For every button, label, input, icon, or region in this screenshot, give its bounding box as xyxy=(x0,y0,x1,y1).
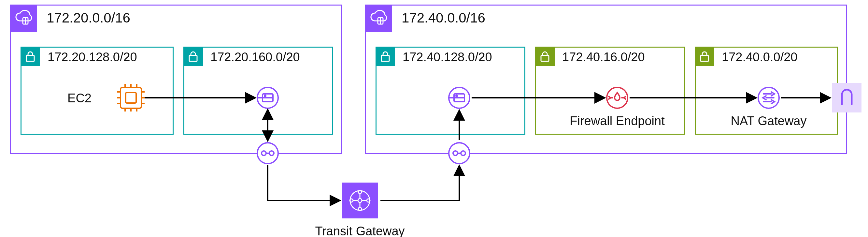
transit-gateway-icon xyxy=(342,183,378,218)
subnet-left-tgw: 172.20.160.0/20 xyxy=(183,47,333,135)
lock-icon xyxy=(695,47,714,66)
svg-point-10 xyxy=(358,199,362,202)
subnet-right-firewall-cidr: 172.40.16.0/20 xyxy=(562,50,645,64)
vpc-left-cidr: 172.20.0.0/16 xyxy=(46,10,130,26)
svg-rect-6 xyxy=(381,55,389,61)
lock-icon xyxy=(21,47,40,66)
subnet-left-private-cidr: 172.20.128.0/20 xyxy=(48,50,137,64)
transit-gateway-label: Transit Gateway xyxy=(315,224,405,237)
nat-gateway-label: NAT Gateway xyxy=(731,114,806,128)
lock-icon xyxy=(183,47,203,66)
vpc-left: 172.20.0.0/16 172.20.128.0/20 xyxy=(10,5,342,154)
vpc-right: 172.40.0.0/16 172.40.128.0/20 xyxy=(365,5,847,154)
vpc-right-cidr: 172.40.0.0/16 xyxy=(402,10,485,26)
subnet-left-private: 172.20.128.0/20 xyxy=(21,47,174,135)
subnet-right-tgw-cidr: 172.40.128.0/20 xyxy=(403,50,492,64)
vpc-cloud-icon xyxy=(10,5,37,32)
svg-rect-8 xyxy=(701,55,708,61)
subnet-left-tgw-cidr: 172.20.160.0/20 xyxy=(210,50,300,64)
svg-point-11 xyxy=(358,190,362,194)
internet-gateway-icon xyxy=(832,83,862,113)
subnet-right-nat-cidr: 172.40.0.0/20 xyxy=(722,50,797,64)
ec2-label: EC2 xyxy=(67,91,92,105)
lock-icon xyxy=(535,47,555,66)
svg-rect-7 xyxy=(541,55,549,61)
svg-rect-2 xyxy=(26,55,34,61)
diagram-canvas: 172.20.0.0/16 172.20.128.0/20 xyxy=(0,0,868,237)
vpc-cloud-icon xyxy=(365,5,392,32)
svg-point-12 xyxy=(358,207,362,211)
lock-icon xyxy=(375,47,395,66)
firewall-endpoint-label: Firewall Endpoint xyxy=(570,114,664,128)
subnet-right-tgw: 172.40.128.0/20 xyxy=(375,47,525,135)
svg-point-13 xyxy=(350,199,353,202)
svg-point-14 xyxy=(367,199,370,202)
svg-rect-3 xyxy=(189,55,197,61)
